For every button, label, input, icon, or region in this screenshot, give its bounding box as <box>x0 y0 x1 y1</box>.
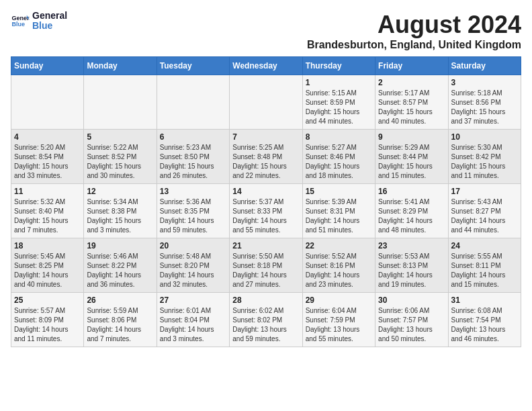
col-header-thursday: Thursday <box>302 57 375 75</box>
day-number: 16 <box>378 187 445 196</box>
cell-info: Sunrise: 5:23 AM Sunset: 8:50 PM Dayligh… <box>160 143 226 181</box>
cell-info: Sunrise: 5:43 AM Sunset: 8:27 PM Dayligh… <box>451 197 518 235</box>
calendar-table: SundayMondayTuesdayWednesdayThursdayFrid… <box>11 56 521 347</box>
calendar-cell: 25Sunrise: 5:57 AM Sunset: 8:09 PM Dayli… <box>11 293 84 347</box>
calendar-cell: 31Sunrise: 6:08 AM Sunset: 7:54 PM Dayli… <box>448 293 521 347</box>
calendar-cell: 15Sunrise: 5:39 AM Sunset: 8:31 PM Dayli… <box>302 184 375 238</box>
cell-info: Sunrise: 5:25 AM Sunset: 8:48 PM Dayligh… <box>232 143 299 181</box>
svg-text:Blue: Blue <box>11 21 25 28</box>
cell-info: Sunrise: 5:52 AM Sunset: 8:16 PM Dayligh… <box>306 252 372 289</box>
cell-info: Sunrise: 5:32 AM Sunset: 8:40 PM Dayligh… <box>14 197 81 235</box>
calendar-cell <box>84 75 157 130</box>
calendar-cell: 18Sunrise: 5:45 AM Sunset: 8:25 PM Dayli… <box>11 238 84 293</box>
cell-info: Sunrise: 5:41 AM Sunset: 8:29 PM Dayligh… <box>378 197 445 235</box>
page-subtitle: Brandesburton, England, United Kingdom <box>307 39 521 51</box>
calendar-week-row: 25Sunrise: 5:57 AM Sunset: 8:09 PM Dayli… <box>11 293 521 347</box>
day-number: 9 <box>378 132 445 142</box>
cell-info: Sunrise: 5:27 AM Sunset: 8:46 PM Dayligh… <box>306 143 372 181</box>
day-number: 4 <box>14 132 81 142</box>
calendar-cell: 19Sunrise: 5:46 AM Sunset: 8:22 PM Dayli… <box>84 238 157 293</box>
cell-info: Sunrise: 5:22 AM Sunset: 8:52 PM Dayligh… <box>87 143 153 181</box>
calendar-cell: 13Sunrise: 5:36 AM Sunset: 8:35 PM Dayli… <box>157 184 229 238</box>
calendar-cell: 8Sunrise: 5:27 AM Sunset: 8:46 PM Daylig… <box>302 130 375 184</box>
calendar-cell: 20Sunrise: 5:48 AM Sunset: 8:20 PM Dayli… <box>157 238 229 293</box>
day-number: 25 <box>14 295 81 305</box>
calendar-week-row: 1Sunrise: 5:15 AM Sunset: 8:59 PM Daylig… <box>11 75 521 130</box>
cell-info: Sunrise: 5:18 AM Sunset: 8:56 PM Dayligh… <box>451 89 518 126</box>
cell-info: Sunrise: 5:36 AM Sunset: 8:35 PM Dayligh… <box>160 197 226 235</box>
calendar-cell: 28Sunrise: 6:02 AM Sunset: 8:02 PM Dayli… <box>230 293 302 347</box>
cell-info: Sunrise: 5:29 AM Sunset: 8:44 PM Dayligh… <box>378 143 445 181</box>
calendar-week-row: 18Sunrise: 5:45 AM Sunset: 8:25 PM Dayli… <box>11 238 521 293</box>
cell-info: Sunrise: 6:01 AM Sunset: 8:04 PM Dayligh… <box>160 306 226 344</box>
calendar-cell: 12Sunrise: 5:34 AM Sunset: 8:38 PM Dayli… <box>84 184 157 238</box>
calendar-cell <box>157 75 229 130</box>
calendar-cell: 22Sunrise: 5:52 AM Sunset: 8:16 PM Dayli… <box>302 238 375 293</box>
day-number: 27 <box>160 295 226 305</box>
calendar-cell: 21Sunrise: 5:50 AM Sunset: 8:18 PM Dayli… <box>230 238 302 293</box>
calendar-week-row: 11Sunrise: 5:32 AM Sunset: 8:40 PM Dayli… <box>11 184 521 238</box>
day-number: 1 <box>306 78 372 87</box>
title-block: August 2024 Brandesburton, England, Unit… <box>307 11 521 51</box>
day-number: 17 <box>451 187 518 196</box>
cell-info: Sunrise: 5:55 AM Sunset: 8:11 PM Dayligh… <box>451 252 518 289</box>
page-title: August 2024 <box>307 11 521 39</box>
cell-info: Sunrise: 6:02 AM Sunset: 8:02 PM Dayligh… <box>232 306 299 344</box>
calendar-cell: 2Sunrise: 5:17 AM Sunset: 8:57 PM Daylig… <box>375 75 448 130</box>
day-number: 30 <box>378 295 445 305</box>
day-number: 21 <box>232 241 299 250</box>
calendar-cell: 4Sunrise: 5:20 AM Sunset: 8:54 PM Daylig… <box>11 130 84 184</box>
day-number: 5 <box>87 132 153 142</box>
cell-info: Sunrise: 5:30 AM Sunset: 8:42 PM Dayligh… <box>451 143 518 181</box>
calendar-cell: 23Sunrise: 5:53 AM Sunset: 8:13 PM Dayli… <box>375 238 448 293</box>
cell-info: Sunrise: 5:59 AM Sunset: 8:06 PM Dayligh… <box>87 306 153 344</box>
calendar-cell: 29Sunrise: 6:04 AM Sunset: 7:59 PM Dayli… <box>302 293 375 347</box>
calendar-cell: 6Sunrise: 5:23 AM Sunset: 8:50 PM Daylig… <box>157 130 229 184</box>
day-number: 28 <box>232 295 299 305</box>
cell-info: Sunrise: 5:20 AM Sunset: 8:54 PM Dayligh… <box>14 143 81 181</box>
day-number: 15 <box>306 187 372 196</box>
cell-info: Sunrise: 5:15 AM Sunset: 8:59 PM Dayligh… <box>306 89 372 126</box>
calendar-cell <box>230 75 302 130</box>
day-number: 7 <box>232 132 299 142</box>
col-header-sunday: Sunday <box>11 57 84 75</box>
col-header-saturday: Saturday <box>448 57 521 75</box>
cell-info: Sunrise: 5:53 AM Sunset: 8:13 PM Dayligh… <box>378 252 445 289</box>
logo-icon: General Blue <box>11 11 30 30</box>
col-header-monday: Monday <box>84 57 157 75</box>
cell-info: Sunrise: 5:46 AM Sunset: 8:22 PM Dayligh… <box>87 252 153 289</box>
cell-info: Sunrise: 5:50 AM Sunset: 8:18 PM Dayligh… <box>232 252 299 289</box>
day-number: 14 <box>232 187 299 196</box>
logo-blue: Blue <box>32 21 67 31</box>
calendar-cell: 11Sunrise: 5:32 AM Sunset: 8:40 PM Dayli… <box>11 184 84 238</box>
col-header-wednesday: Wednesday <box>230 57 302 75</box>
logo-general: General <box>32 11 67 21</box>
cell-info: Sunrise: 5:37 AM Sunset: 8:33 PM Dayligh… <box>232 197 299 235</box>
cell-info: Sunrise: 5:48 AM Sunset: 8:20 PM Dayligh… <box>160 252 226 289</box>
cell-info: Sunrise: 5:57 AM Sunset: 8:09 PM Dayligh… <box>14 306 81 344</box>
col-header-tuesday: Tuesday <box>157 57 229 75</box>
calendar-cell: 26Sunrise: 5:59 AM Sunset: 8:06 PM Dayli… <box>84 293 157 347</box>
day-number: 26 <box>87 295 153 305</box>
calendar-cell: 5Sunrise: 5:22 AM Sunset: 8:52 PM Daylig… <box>84 130 157 184</box>
day-number: 10 <box>451 132 518 142</box>
calendar-cell: 7Sunrise: 5:25 AM Sunset: 8:48 PM Daylig… <box>230 130 302 184</box>
day-number: 12 <box>87 187 153 196</box>
cell-info: Sunrise: 5:17 AM Sunset: 8:57 PM Dayligh… <box>378 89 445 126</box>
logo: General Blue General Blue <box>11 11 67 32</box>
cell-info: Sunrise: 6:08 AM Sunset: 7:54 PM Dayligh… <box>451 306 518 344</box>
day-number: 19 <box>87 241 153 250</box>
day-number: 2 <box>378 78 445 87</box>
calendar-week-row: 4Sunrise: 5:20 AM Sunset: 8:54 PM Daylig… <box>11 130 521 184</box>
calendar-cell: 17Sunrise: 5:43 AM Sunset: 8:27 PM Dayli… <box>448 184 521 238</box>
calendar-cell: 14Sunrise: 5:37 AM Sunset: 8:33 PM Dayli… <box>230 184 302 238</box>
calendar-header-row: SundayMondayTuesdayWednesdayThursdayFrid… <box>11 57 521 75</box>
day-number: 20 <box>160 241 226 250</box>
day-number: 13 <box>160 187 226 196</box>
day-number: 22 <box>306 241 372 250</box>
cell-info: Sunrise: 6:04 AM Sunset: 7:59 PM Dayligh… <box>306 306 372 344</box>
cell-info: Sunrise: 5:34 AM Sunset: 8:38 PM Dayligh… <box>87 197 153 235</box>
calendar-cell: 9Sunrise: 5:29 AM Sunset: 8:44 PM Daylig… <box>375 130 448 184</box>
calendar-cell: 10Sunrise: 5:30 AM Sunset: 8:42 PM Dayli… <box>448 130 521 184</box>
day-number: 3 <box>451 78 518 87</box>
